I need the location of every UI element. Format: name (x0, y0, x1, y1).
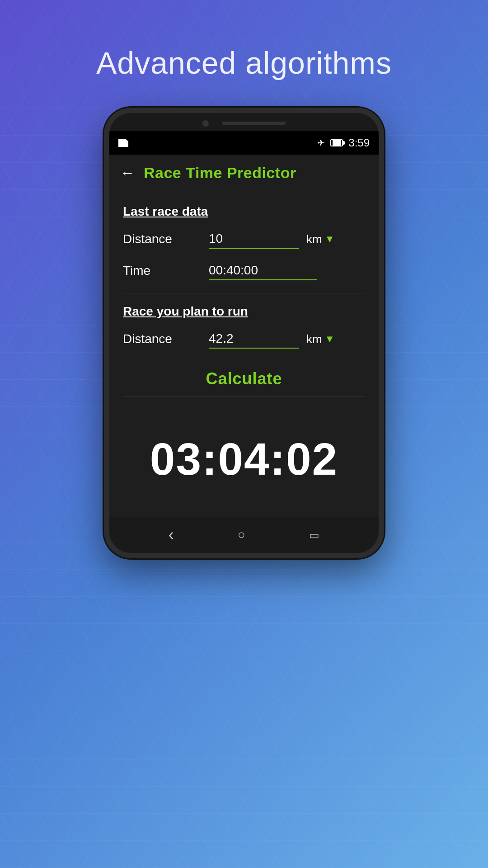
app-title: Race Time Predictor (144, 164, 296, 182)
status-time: 3:59 (348, 137, 370, 149)
planned-race-section-title: Race you plan to run (123, 304, 365, 319)
phone-bottom-nav (109, 517, 379, 553)
result-area: 03:04:02 (109, 406, 379, 517)
sim-icon (118, 139, 128, 147)
planned-race-unit-wrap: km ▼ (306, 332, 334, 346)
last-race-time-input[interactable] (209, 261, 317, 280)
last-race-unit-wrap: km ▼ (306, 232, 334, 246)
nav-home-button[interactable] (238, 528, 245, 542)
planned-race-distance-row: Distance km ▼ (123, 330, 365, 349)
last-race-distance-input-wrap: km ▼ (209, 230, 365, 249)
last-race-distance-input[interactable] (209, 230, 299, 249)
planned-race-distance-label: Distance (123, 332, 209, 346)
nav-back-button[interactable] (169, 525, 174, 544)
last-race-distance-unit: km (306, 232, 322, 246)
battery-fill (333, 140, 341, 146)
status-bar: 3:59 (109, 131, 379, 155)
planned-race-distance-unit: km (306, 332, 322, 346)
section-divider (123, 293, 365, 293)
last-race-section-title: Last race data (123, 204, 365, 219)
phone-shell: 3:59 ← Race Time Predictor Last race dat… (104, 108, 384, 558)
calculate-label: Calculate (206, 369, 282, 388)
result-divider (123, 396, 365, 397)
phone-speaker (222, 122, 286, 125)
app-content: Last race data Distance km ▼ Time Race y… (109, 191, 379, 406)
phone-top (109, 113, 379, 131)
planned-race-distance-input-wrap: km ▼ (209, 330, 365, 349)
last-race-distance-row: Distance km ▼ (123, 230, 365, 249)
last-race-time-row: Time (123, 261, 365, 280)
result-time: 03:04:02 (150, 433, 338, 485)
nav-recent-button[interactable] (309, 528, 319, 542)
app-bar: ← Race Time Predictor (109, 155, 379, 191)
back-button[interactable]: ← (120, 165, 135, 181)
status-left (118, 139, 128, 147)
calculate-button[interactable]: Calculate (123, 361, 365, 396)
status-right: 3:59 (317, 137, 370, 149)
last-race-time-input-wrap (209, 261, 365, 280)
planned-race-distance-input[interactable] (209, 330, 299, 349)
last-race-unit-dropdown[interactable]: ▼ (325, 233, 335, 245)
battery-icon (330, 139, 343, 146)
last-race-distance-label: Distance (123, 232, 209, 246)
last-race-time-label: Time (123, 264, 209, 278)
front-camera (202, 120, 209, 127)
airplane-icon (317, 137, 325, 149)
planned-race-unit-dropdown[interactable]: ▼ (325, 333, 335, 345)
page-background-title: Advanced algorithms (96, 45, 392, 80)
